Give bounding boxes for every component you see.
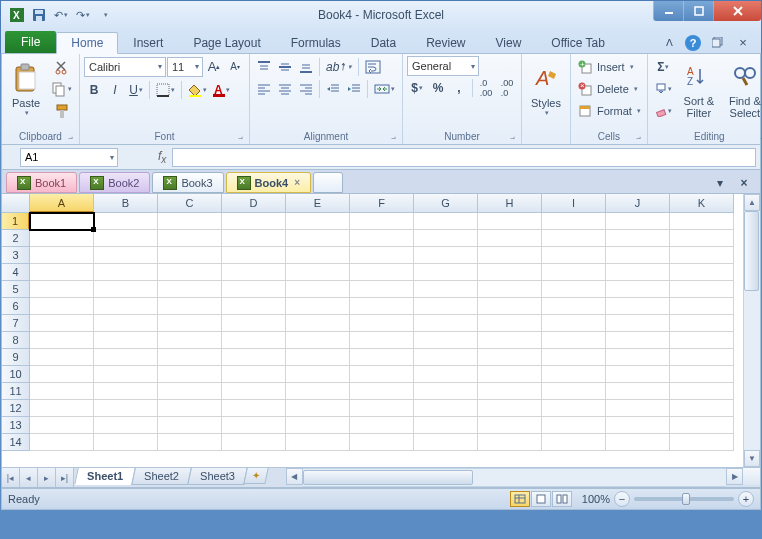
decrease-indent-button[interactable] (323, 78, 343, 99)
scroll-up-button[interactable]: ▲ (744, 194, 760, 211)
cell[interactable] (542, 315, 606, 332)
cell[interactable] (478, 349, 542, 366)
cell[interactable] (94, 434, 158, 451)
align-bottom-button[interactable] (296, 56, 316, 77)
cell[interactable] (414, 315, 478, 332)
cell[interactable] (30, 400, 94, 417)
cell[interactable] (222, 230, 286, 247)
cell[interactable] (158, 230, 222, 247)
row-header[interactable]: 10 (2, 366, 30, 383)
cell[interactable] (670, 298, 734, 315)
cell[interactable] (478, 264, 542, 281)
zoom-level[interactable]: 100% (582, 493, 610, 505)
cell[interactable] (94, 366, 158, 383)
copy-button[interactable]: ▾ (48, 78, 75, 99)
cell[interactable] (158, 400, 222, 417)
font-color-button[interactable]: A▾ (211, 79, 233, 100)
scroll-right-button[interactable]: ▶ (726, 468, 743, 485)
cell[interactable] (606, 247, 670, 264)
cell[interactable] (670, 247, 734, 264)
row-header[interactable]: 13 (2, 417, 30, 434)
number-label[interactable]: Number (407, 130, 517, 144)
cell[interactable] (158, 332, 222, 349)
row-header[interactable]: 1 (2, 213, 30, 230)
find-select-button[interactable]: Find & Select (723, 56, 762, 124)
cell[interactable] (158, 213, 222, 230)
cell[interactable] (350, 230, 414, 247)
cell[interactable] (414, 298, 478, 315)
cell[interactable] (670, 434, 734, 451)
cell[interactable] (542, 298, 606, 315)
cell[interactable] (542, 400, 606, 417)
cell[interactable] (414, 230, 478, 247)
cell[interactable] (94, 264, 158, 281)
align-top-button[interactable] (254, 56, 274, 77)
cell[interactable] (286, 213, 350, 230)
cell[interactable] (478, 417, 542, 434)
cell[interactable] (670, 332, 734, 349)
font-label[interactable]: Font (84, 130, 245, 144)
cell[interactable] (30, 213, 94, 230)
cell[interactable] (158, 417, 222, 434)
cell[interactable] (478, 213, 542, 230)
cell[interactable] (94, 383, 158, 400)
cell[interactable] (286, 366, 350, 383)
cell[interactable] (606, 349, 670, 366)
underline-button[interactable]: U▾ (126, 79, 146, 100)
column-header[interactable]: D (222, 194, 286, 213)
cell[interactable] (30, 366, 94, 383)
align-left-button[interactable] (254, 78, 274, 99)
cell[interactable] (478, 247, 542, 264)
cell[interactable] (94, 298, 158, 315)
workbook-tab-book3[interactable]: Book3 (152, 172, 223, 193)
percent-format-button[interactable]: % (428, 77, 448, 98)
cell[interactable] (606, 264, 670, 281)
clear-button[interactable]: ▾ (652, 100, 675, 121)
maximize-button[interactable] (683, 1, 713, 21)
cell[interactable] (414, 264, 478, 281)
cell[interactable] (478, 230, 542, 247)
shrink-font-button[interactable]: A▾ (225, 56, 245, 77)
cell[interactable] (222, 298, 286, 315)
tab-data[interactable]: Data (356, 31, 411, 53)
cell[interactable] (222, 213, 286, 230)
cell[interactable] (350, 400, 414, 417)
cell[interactable] (478, 315, 542, 332)
row-header[interactable]: 8 (2, 332, 30, 349)
tab-insert[interactable]: Insert (118, 31, 178, 53)
cell[interactable] (222, 332, 286, 349)
cell[interactable] (286, 247, 350, 264)
cell[interactable] (158, 247, 222, 264)
cell[interactable] (606, 298, 670, 315)
cell[interactable] (606, 230, 670, 247)
help-icon[interactable]: ? (685, 35, 701, 51)
cell[interactable] (414, 281, 478, 298)
cell[interactable] (286, 434, 350, 451)
cell[interactable] (350, 298, 414, 315)
cell[interactable] (350, 315, 414, 332)
row-header[interactable]: 5 (2, 281, 30, 298)
cell[interactable] (30, 349, 94, 366)
row-header[interactable]: 7 (2, 315, 30, 332)
cell[interactable] (94, 230, 158, 247)
cell[interactable] (606, 434, 670, 451)
cell[interactable] (542, 264, 606, 281)
cell[interactable] (158, 264, 222, 281)
cell[interactable] (222, 417, 286, 434)
cell[interactable] (286, 281, 350, 298)
cell[interactable] (222, 315, 286, 332)
vertical-scrollbar[interactable]: ▲ ▼ (743, 194, 760, 467)
sheet-tab[interactable]: Sheet1 (74, 468, 136, 485)
cell[interactable] (94, 400, 158, 417)
merge-center-button[interactable]: ▾ (371, 78, 398, 99)
cell[interactable] (350, 383, 414, 400)
qat-customize-icon[interactable]: ▾ (95, 5, 115, 25)
italic-button[interactable]: I (105, 79, 125, 100)
column-header[interactable]: K (670, 194, 734, 213)
cell[interactable] (542, 247, 606, 264)
row-header[interactable]: 11 (2, 383, 30, 400)
tab-view[interactable]: View (481, 31, 537, 53)
window-restore-icon[interactable] (707, 32, 727, 53)
cell[interactable] (414, 349, 478, 366)
tab-review[interactable]: Review (411, 31, 480, 53)
